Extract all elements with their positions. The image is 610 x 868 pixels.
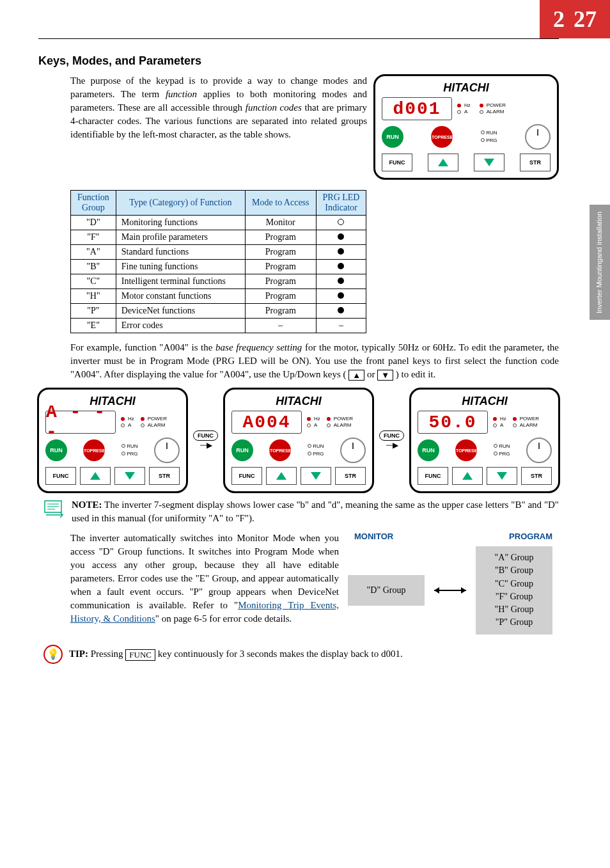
table-row: "D"Monitoring functionsMonitor — [71, 216, 366, 230]
bidi-arrow-icon — [431, 584, 469, 597]
keypad-figure-main: HITACHI d001 Hz A POWER ALARM RUN STOPRE… — [373, 74, 559, 180]
program-header: PROGRAM — [509, 532, 552, 541]
monitor-header: MONITOR — [354, 532, 393, 541]
side-tab: Inverter Mountingand installation — [590, 205, 610, 320]
a-led — [457, 110, 461, 114]
down-key-icon: ▼ — [377, 370, 393, 381]
keypad-sequence-row: HITACHI A - - - HzA POWERALARM RUN STOPR… — [38, 388, 559, 493]
table-row: "B"Fine tuning functionsProgram — [71, 260, 366, 274]
d-group-box: "D" Group — [348, 575, 425, 606]
seven-seg-display: A004 — [231, 411, 302, 434]
stop-reset-button: STOPRESET — [431, 126, 453, 148]
keypad-figure-2: HITACHI A - - - HzA POWERALARM RUN STOPR… — [37, 388, 188, 493]
power-led — [480, 104, 483, 107]
run-prg-labels: RUN PRG — [481, 129, 497, 145]
function-group-table: Function Group Type (Category) of Functi… — [70, 190, 366, 333]
svg-marker-5 — [434, 587, 439, 594]
table-row: "H"Motor constant functionsProgram — [71, 289, 366, 304]
lightbulb-icon: 💡 — [43, 645, 63, 664]
sequence-arrow-1: FUNC ·····▶ — [193, 430, 218, 450]
table-row: "F"Main profile parametersProgram — [71, 230, 366, 245]
func-button: FUNC — [382, 154, 412, 171]
program-groups-box: "A" Group"B" Group"C" Group"F" Group"H" … — [476, 546, 552, 635]
tip-text: TIP: Pressing FUNC key continuously for … — [69, 647, 403, 661]
indicator-col-right: POWER ALARM — [480, 102, 506, 116]
th-type: Type (Category) of Function — [116, 191, 245, 216]
seven-seg-display: d001 — [382, 97, 452, 120]
mode-diagram: MONITOR PROGRAM "D" Group "A" Group"B" G… — [348, 532, 559, 635]
tip-block: 💡 TIP: Pressing FUNC key continuously fo… — [43, 645, 559, 664]
keypad-figure-4: HITACHI 50.0 HzA POWERALARM RUN STOPRESE… — [409, 388, 560, 493]
table-row: "A"Standard functionsProgram — [71, 245, 366, 260]
seven-seg-display: A - - - — [45, 411, 116, 434]
th-group: Function Group — [71, 191, 116, 216]
potentiometer-knob — [525, 124, 551, 150]
page-number-badge: 2 27 — [540, 0, 610, 38]
alarm-led — [480, 110, 483, 114]
note-block: NOTE: The inverter 7-segment display sho… — [43, 498, 559, 525]
up-button — [428, 154, 458, 171]
svg-marker-6 — [461, 587, 466, 594]
str-button: STR — [520, 154, 551, 171]
keypad-figure-3: HITACHI A004 HzA POWERALARM RUN STOPRESE… — [223, 388, 374, 493]
sequence-arrow-2: FUNC ·····▶ — [379, 430, 404, 450]
table-row: "E"Error codes–– — [71, 319, 366, 333]
monitor-paragraph: The inverter automatically switches into… — [70, 532, 339, 626]
example-paragraph: For example, function "A004" is the base… — [70, 341, 559, 381]
keypad-brand: HITACHI — [382, 81, 551, 95]
func-key-label: FUNC — [125, 649, 155, 661]
indicator-col-left: Hz A — [457, 102, 471, 116]
th-led: PRG LED Indicator — [316, 191, 366, 216]
intro-paragraph: The purpose of the keypad is to provide … — [38, 74, 367, 141]
table-row: "C"Intelligent terminal functionsProgram — [71, 274, 366, 289]
down-button — [474, 154, 504, 171]
header-rule — [38, 38, 559, 39]
run-button: RUN — [382, 126, 403, 148]
up-key-icon: ▲ — [348, 370, 364, 381]
seven-seg-display: 50.0 — [418, 411, 488, 434]
hz-led — [457, 104, 461, 107]
table-row: "P"DeviceNet functionsProgram — [71, 304, 366, 319]
note-text: NOTE: The inverter 7-segment display sho… — [72, 498, 559, 525]
th-mode: Mode to Access — [246, 191, 316, 216]
note-icon — [43, 498, 66, 520]
section-title: Keys, Modes, and Parameters — [38, 54, 559, 68]
side-tab-text: Inverter Mountingand installation — [595, 212, 604, 313]
